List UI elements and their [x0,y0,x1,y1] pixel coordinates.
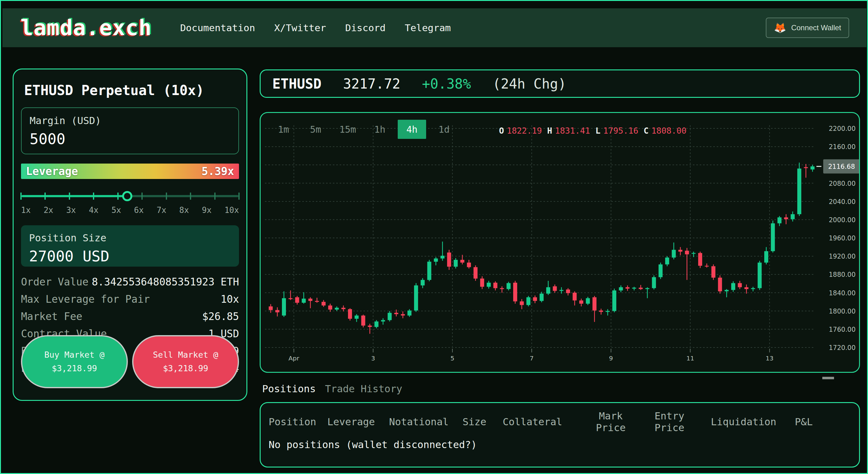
leverage-bar: Leverage 5.39x [21,164,239,179]
slider-thumb[interactable] [122,191,132,201]
sell-button-line1: Sell Market @ [153,348,218,362]
slider-tick-label-5x: 5x [112,205,121,215]
detail-row: Max Leverage for Pair10x [21,293,239,305]
metamask-fox-icon: 🦊 [774,23,786,33]
svg-text:2116.68: 2116.68 [828,163,855,170]
detail-label: Max Leverage for Pair [21,293,150,305]
nav-link-telegram[interactable]: Telegram [405,22,451,33]
svg-text:11: 11 [686,354,694,362]
slider-tick-label-10x: 10x [224,205,239,215]
detail-row: Market Fee$26.85 [21,310,239,323]
price-header: ETHUSD 3217.72 +0.38% (24h Chg) [260,69,860,98]
price-header-change-note: (24h Chg) [493,76,566,92]
ohlc-value-o: 1822.19 [507,126,542,135]
ohlc-value-c: 1808.00 [651,126,686,135]
svg-text:1760.00: 1760.00 [829,326,856,333]
column-header-p&l: P&L [790,416,818,428]
chart-resize-handle[interactable] [822,377,834,379]
timeframe-1h[interactable]: 1h [366,120,394,139]
ohlc-legend: O1822.19H1831.41L1795.16C1808.00 [499,126,689,135]
sell-market-button[interactable]: Sell Market @ $3,218.99 [132,335,239,388]
timeframe-1m[interactable]: 1m [269,120,298,139]
margin-input[interactable] [30,130,230,147]
tab-positions[interactable]: Positions [262,383,316,395]
detail-label: Order Value [21,276,89,288]
svg-text:2200.00: 2200.00 [829,125,856,132]
ohlc-letter-h: H [547,126,552,135]
slider-tick-label-1x: 1x [21,205,31,215]
positions-empty-message: No positions (wallet disconnected?) [269,439,851,450]
buy-button-line1: Buy Market @ [44,348,104,362]
detail-value: $26.85 [202,310,239,323]
svg-text:2040.00: 2040.00 [829,198,856,205]
sell-button-line2: $3,218.99 [163,362,208,375]
slider-tick-label-8x: 8x [179,205,189,215]
leverage-value: 5.39x [202,165,234,177]
nav-links: DocumentationX/TwitterDiscordTelegram [180,22,451,33]
svg-text:9: 9 [609,354,613,362]
position-size-box: Position Size 27000 USD [21,225,239,267]
navbar: lamda.exch DocumentationX/TwitterDiscord… [2,8,866,47]
column-header-position: Position [269,416,327,428]
ohlc-value-h: 1831.41 [555,126,590,135]
ohlc-letter-l: L [595,126,600,135]
svg-text:7: 7 [530,354,534,362]
timeframe-4h[interactable]: 4h [398,120,426,139]
svg-text:Apr: Apr [288,354,299,362]
slider-tick-label-4x: 4x [89,205,98,215]
svg-text:1800.00: 1800.00 [829,308,856,315]
buy-market-button[interactable]: Buy Market @ $3,218.99 [21,335,128,388]
slider-fill [22,195,128,197]
svg-text:1840.00: 1840.00 [829,290,856,297]
svg-text:1920.00: 1920.00 [829,253,856,260]
svg-text:5: 5 [451,354,455,362]
bottom-tabs: PositionsTrade History [262,383,402,395]
slider-tick-10x [238,193,240,200]
column-header-size: Size [463,416,503,428]
column-header-collateral: Collateral [503,416,580,428]
nav-link-discord[interactable]: Discord [345,22,386,33]
slider-tick-labels: 1x2x3x4x5x6x7x8x9x10x [21,205,239,215]
tab-trade-history[interactable]: Trade History [325,383,402,395]
slider-tick-label-9x: 9x [202,205,212,215]
ohlc-value-l: 1795.16 [603,126,638,135]
buy-button-line2: $3,218.99 [52,362,97,375]
leverage-slider[interactable] [21,190,239,204]
column-header-liquidation: Liquidation [697,416,790,428]
candlestick-plot[interactable]: Apr357911132200.002160.002080.002040.002… [260,113,859,372]
positions-panel: PositionLeverageNotationalSizeCollateral… [260,402,860,468]
chart-container: Apr357911132200.002160.002080.002040.002… [260,112,860,373]
slider-tick-2x [44,193,46,200]
column-header-entry-price: Entry Price [642,410,697,434]
column-header-notational: Notational [389,416,463,428]
ohlc-letter-o: O [499,126,504,135]
margin-label: Margin (USD) [30,115,230,127]
slider-tick-7x [166,193,167,200]
svg-text:2080.00: 2080.00 [829,180,856,187]
column-header-leverage: Leverage [327,416,389,428]
position-size-label: Position Size [29,232,231,244]
slider-tick-3x [69,193,70,200]
timeframe-1d[interactable]: 1d [430,120,458,139]
slider-tick-8x [190,193,191,200]
slider-tick-label-3x: 3x [66,205,76,215]
svg-text:1880.00: 1880.00 [829,271,856,278]
connect-wallet-button[interactable]: 🦊 Connect Wallet [766,18,849,38]
svg-text:1720.00: 1720.00 [829,344,856,351]
trade-panel-title: ETHUSD Perpetual (10x) [24,82,239,98]
detail-label: Market Fee [21,310,83,323]
timeframe-15m[interactable]: 15m [334,120,362,139]
positions-table-header: PositionLeverageNotationalSizeCollateral… [269,410,851,434]
nav-link-x-twitter[interactable]: X/Twitter [274,22,326,33]
detail-row: Order Value8.342553648085351923 ETH [21,276,239,288]
timeframe-5m[interactable]: 5m [301,120,330,139]
detail-value: 10x [220,293,239,305]
timeframe-buttons: 1m5m15m1h4h1d [269,120,458,139]
margin-field[interactable]: Margin (USD) [21,107,239,154]
order-buttons: Buy Market @ $3,218.99 Sell Market @ $3,… [21,335,239,388]
svg-text:1960.00: 1960.00 [829,235,856,242]
svg-text:2160.00: 2160.00 [829,143,856,150]
nav-link-documentation[interactable]: Documentation [180,22,255,33]
app-logo[interactable]: lamda.exch [20,15,152,40]
leverage-label: Leverage [26,165,78,177]
